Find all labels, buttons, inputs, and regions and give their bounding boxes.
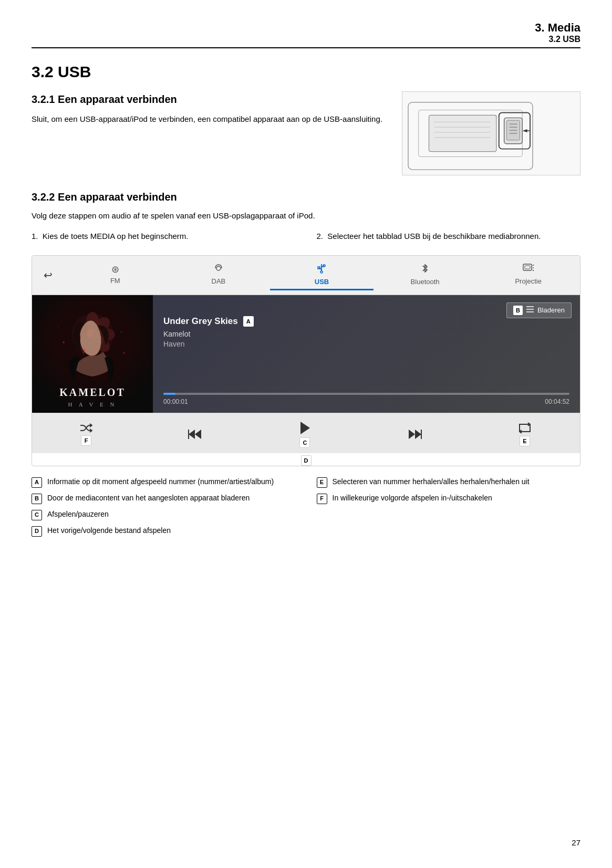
chapter-title: 3. Media [32, 21, 580, 35]
svg-marker-53 [415, 430, 421, 439]
legend-text-f: In willekeurige volgorde afspelen in-/ui… [333, 493, 492, 504]
legend-text-c: Afspelen/pauzeren [47, 509, 109, 520]
album-art: KAMELOT H A V E N [32, 295, 153, 413]
tab-projectie-label: Projectie [515, 277, 542, 285]
svg-marker-51 [300, 422, 310, 434]
section-main-title: 3.2 USB [32, 63, 580, 81]
svg-rect-2 [429, 115, 496, 151]
f-badge: F [81, 435, 91, 446]
skip-forward-button[interactable] [408, 428, 422, 440]
header-section-title: 3.2 USB [32, 35, 580, 44]
controls-section: F C [32, 413, 580, 466]
svg-text:H A V E N: H A V E N [68, 401, 117, 407]
c-badge: C [299, 437, 310, 448]
svg-point-42 [121, 331, 122, 332]
tabs-bar: ↩ ⊛ FM DAB USB [32, 256, 580, 295]
tab-bluetooth[interactable]: Bluetooth [374, 260, 477, 290]
svg-point-44 [123, 352, 125, 354]
player-content: KAMELOT H A V E N B Bladeren [32, 295, 580, 413]
subsection-322-title: 3.2.2 Een apparaat verbinden [32, 191, 580, 203]
svg-point-15 [216, 266, 221, 270]
tab-usb-label: USB [315, 278, 329, 286]
time-total: 00:04:52 [545, 398, 569, 405]
step-2-text: Selecteer het tabblad USB bij de beschik… [327, 232, 541, 240]
svg-marker-52 [409, 430, 415, 439]
tab-dab[interactable]: DAB [167, 260, 271, 290]
progress-container: 00:00:01 00:04:52 [163, 393, 569, 405]
browse-button[interactable]: B Bladeren [506, 302, 572, 318]
progress-times: 00:00:01 00:04:52 [163, 398, 569, 405]
svg-point-43 [58, 326, 59, 327]
steps-layout: 1. Kies de toets MEDIA op het beginscher… [32, 231, 580, 243]
time-current: 00:00:01 [163, 398, 188, 405]
legend-text-d: Het vorige/volgende bestand afspelen [47, 526, 171, 536]
svg-marker-48 [189, 430, 195, 439]
step-1-text: Kies de toets MEDIA op het beginscherm. [43, 232, 189, 240]
section-322: 3.2.2 Een apparaat verbinden Volg deze s… [32, 191, 580, 243]
e-badge: E [520, 436, 530, 446]
album-art-svg: KAMELOT H A V E N [32, 295, 153, 411]
legend-text-a: Informatie op dit moment afgespeeld numm… [47, 477, 274, 487]
controls-bar: F C [32, 413, 580, 453]
legend-item-b: B Door de mediacontent van het aangeslot… [32, 493, 296, 504]
legend-item-e: E Selecteren van nummer herhalen/alles h… [317, 477, 581, 488]
usb-connection-diagram [402, 91, 580, 175]
tab-usb[interactable]: USB [270, 260, 374, 290]
tab-fm[interactable]: ⊛ FM [64, 260, 167, 289]
section-322-intro: Volg deze stappen om audio af te spelen … [32, 210, 580, 222]
dashboard-svg [402, 92, 580, 175]
svg-line-26 [533, 270, 534, 271]
skip-back-button[interactable] [188, 428, 202, 440]
legend-badge-f: F [317, 494, 327, 504]
legend-text-b: Door de mediacontent van het aangesloten… [47, 493, 250, 504]
svg-rect-22 [523, 264, 532, 270]
legend-badge-b: B [32, 494, 42, 504]
progress-fill [163, 393, 175, 395]
repeat-button[interactable]: E [517, 422, 532, 446]
step-1: 1. Kies de toets MEDIA op het beginscher… [32, 231, 296, 243]
page-number: 27 [572, 838, 580, 847]
legend-badge-e: E [317, 477, 327, 488]
progress-bar[interactable] [163, 393, 569, 395]
usb-icon [316, 263, 327, 276]
legend-item-d: D Het vorige/volgende bestand afspelen [32, 526, 296, 537]
svg-marker-49 [195, 430, 201, 439]
song-info-panel: B Bladeren Under Grey Skies A Kamelot Ha… [153, 295, 580, 413]
legend-item-c: C Afspelen/pauzeren [32, 509, 296, 520]
b-badge: B [513, 306, 523, 315]
svg-rect-50 [188, 430, 189, 439]
legend-badge-d: D [32, 526, 42, 537]
section-321-text: 3.2.1 Een apparaat verbinden Sluit, om e… [32, 91, 386, 126]
back-button[interactable]: ↩ [32, 269, 64, 281]
step-2: 2. Selecteer het tabblad USB bij de besc… [317, 231, 581, 243]
dab-icon [213, 264, 224, 276]
svg-rect-23 [525, 266, 530, 269]
svg-point-21 [320, 271, 323, 273]
bluetooth-icon [421, 263, 429, 276]
song-title: Under Grey Skies [163, 316, 238, 327]
subsection-321-title: 3.2.1 Een apparaat verbinden [32, 91, 386, 107]
step-1-num: 1. [32, 232, 38, 240]
play-pause-button[interactable]: C [297, 421, 312, 448]
projectie-icon [523, 264, 534, 276]
legend-badge-a: A [32, 477, 42, 488]
legend-item-a: A Informatie op dit moment afgespeeld nu… [32, 477, 296, 488]
section-321-layout: 3.2.1 Een apparaat verbinden Sluit, om e… [32, 91, 580, 175]
shuffle-button[interactable]: F [80, 423, 92, 446]
d-badge-row: D [32, 455, 580, 466]
tab-bluetooth-label: Bluetooth [411, 278, 440, 286]
legend-right: E Selecteren van nummer herhalen/alles h… [317, 477, 581, 542]
tab-projectie[interactable]: Projectie [476, 260, 580, 290]
svg-point-41 [63, 341, 65, 343]
svg-rect-54 [421, 430, 422, 439]
legend-item-f: F In willekeurige volgorde afspelen in-/… [317, 493, 581, 504]
tab-dab-label: DAB [212, 277, 226, 285]
d-badge: D [301, 455, 312, 466]
legend: A Informatie op dit moment afgespeeld nu… [32, 477, 580, 542]
browse-text: Bladeren [537, 306, 565, 314]
tab-fm-label: FM [110, 277, 120, 285]
song-album: Haven [163, 340, 569, 348]
media-player: ↩ ⊛ FM DAB USB [32, 255, 580, 466]
section-321-body: Sluit, om een USB-apparaat/iPod te verbi… [32, 113, 386, 126]
browse-label [526, 306, 534, 315]
